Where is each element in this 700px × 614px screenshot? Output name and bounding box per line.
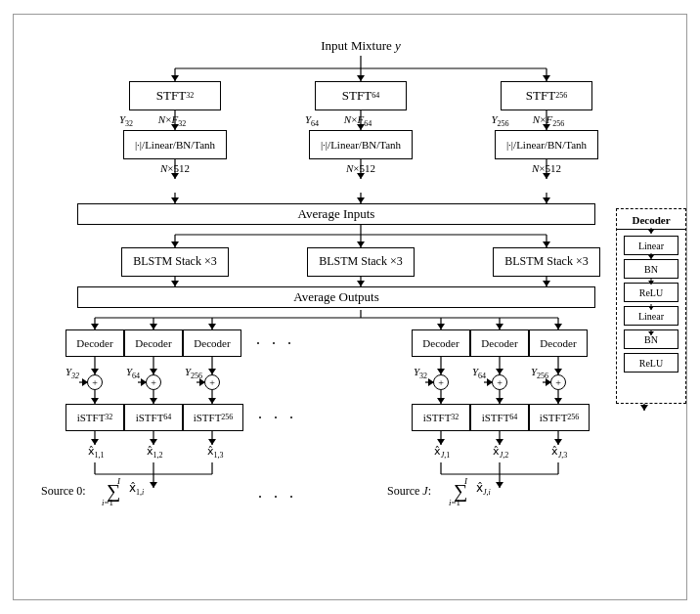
legend-bn-2: BN bbox=[624, 329, 678, 349]
istft32-box-2: iSTFT32 bbox=[412, 404, 470, 431]
input-label: Input Mixture y bbox=[297, 38, 424, 54]
source0-lower: i=1 bbox=[102, 498, 113, 507]
xhat-1-1-label: x̂1,1 bbox=[74, 445, 117, 460]
dots-1: · · · bbox=[256, 335, 295, 353]
istft32-box-1: iSTFT32 bbox=[66, 404, 124, 431]
istft256-box-1: iSTFT256 bbox=[183, 404, 243, 431]
avg-outputs-box: Average Outputs bbox=[77, 286, 595, 308]
linear-bn-tanh-1: |·|/Linear/BN/Tanh bbox=[123, 130, 227, 159]
sum-circle-5: + bbox=[492, 374, 507, 390]
stft32-box: STFT32 bbox=[129, 81, 221, 110]
y32-circ-label-1: Y32 bbox=[53, 366, 92, 380]
blstm3-box: BLSTM Stack ×3 bbox=[493, 247, 600, 277]
decoder-box-2: Decoder bbox=[124, 329, 183, 357]
decoder-box-1: Decoder bbox=[66, 329, 124, 357]
legend-linear-2: Linear bbox=[624, 306, 678, 326]
n512-1-label: N×512 bbox=[143, 162, 207, 174]
n-f64-label: N×F64 bbox=[319, 113, 397, 128]
dots-2: · · · bbox=[258, 410, 297, 427]
xhat-j-3-label: x̂J,3 bbox=[538, 445, 581, 460]
decoder-box-3: Decoder bbox=[183, 329, 241, 357]
xhat-1-3-label: x̂1,3 bbox=[194, 445, 237, 460]
legend-relu-2: ReLU bbox=[624, 353, 678, 373]
xhat-j-2-label: x̂J,2 bbox=[479, 445, 522, 460]
sum-circle-6: + bbox=[550, 374, 566, 390]
blstm2-box: BLSTM Stack ×3 bbox=[307, 247, 415, 277]
legend-linear-1: Linear bbox=[624, 236, 678, 255]
decoder-box-6: Decoder bbox=[529, 329, 588, 357]
linear-bn-tanh-2: |·|/Linear/BN/Tanh bbox=[309, 130, 413, 159]
sum-circle-3: + bbox=[204, 374, 220, 390]
svg-marker-115 bbox=[640, 405, 648, 411]
blstm1-box: BLSTM Stack ×3 bbox=[121, 247, 229, 277]
source0-xhat: x̂1,i bbox=[129, 481, 144, 497]
n-f256-label: N×F256 bbox=[504, 113, 592, 128]
legend-bn-1: BN bbox=[624, 259, 678, 279]
decoder-legend-title: Decoder bbox=[617, 213, 685, 230]
dots-3: · · · bbox=[258, 489, 297, 506]
legend-relu-1: ReLU bbox=[624, 283, 678, 302]
sourceJ-lower: i=1 bbox=[449, 498, 460, 507]
stft64-box: STFT64 bbox=[315, 81, 407, 110]
n512-2-label: N×512 bbox=[328, 162, 393, 174]
svg-marker-113 bbox=[496, 482, 503, 488]
n512-3-label: N×512 bbox=[514, 162, 579, 174]
avg-inputs-box: Average Inputs bbox=[77, 203, 595, 225]
istft64-box-2: iSTFT64 bbox=[470, 404, 529, 431]
xhat-j-1-label: x̂J,1 bbox=[420, 445, 463, 460]
decoder-box-5: Decoder bbox=[470, 329, 529, 357]
diagram-container: Input Mixture y STFT32 STFT64 STFT256 Y3… bbox=[13, 14, 687, 600]
xhat-1-2-label: x̂1,2 bbox=[133, 445, 176, 460]
istft256-box-2: iSTFT256 bbox=[529, 404, 590, 431]
sourceJ-upper: I bbox=[464, 476, 467, 486]
diagram: Input Mixture y STFT32 STFT64 STFT256 Y3… bbox=[23, 24, 677, 590]
decoder-legend-box: Decoder Linear BN ReLU Linear BN ReLU bbox=[616, 208, 686, 404]
sum-circle-2: + bbox=[146, 374, 161, 390]
source0-label: Source 0: bbox=[41, 484, 86, 499]
sum-circle-4: + bbox=[433, 374, 449, 390]
svg-marker-107 bbox=[150, 482, 157, 488]
sourceJ-label: Source J: bbox=[387, 484, 431, 499]
istft64-box-1: iSTFT64 bbox=[124, 404, 183, 431]
decoder-box-4: Decoder bbox=[412, 329, 470, 357]
sum-circle-1: + bbox=[87, 374, 103, 390]
source0-upper: I bbox=[117, 476, 120, 486]
linear-bn-tanh-3: |·|/Linear/BN/Tanh bbox=[495, 130, 598, 159]
n-f32-label: N×F32 bbox=[133, 113, 211, 128]
stft256-box: STFT256 bbox=[501, 81, 592, 110]
sourceJ-xhat: x̂J,i bbox=[476, 481, 491, 497]
